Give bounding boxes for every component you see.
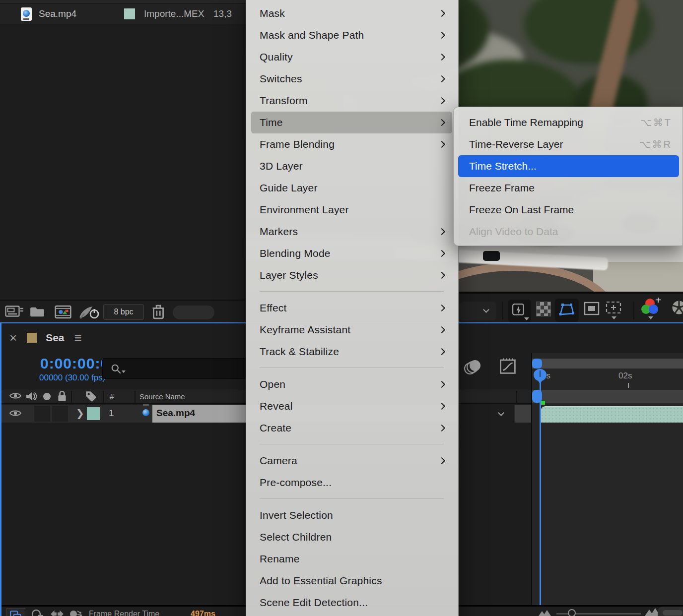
source-name-column-header[interactable]: Source Name <box>139 392 185 401</box>
draft-3d-button[interactable] <box>31 609 43 616</box>
project-panel: Sea.mp4 Importe...MEX 13,3 <box>0 0 246 322</box>
menu-item-mask-and-shape-path[interactable]: Mask and Shape Path <box>246 24 458 46</box>
project-toolbar: 8 bpc <box>0 300 246 322</box>
submenu-chevron-icon <box>438 119 445 126</box>
menu-item-pre-compose[interactable]: Pre-compose... <box>246 472 458 493</box>
menu-item-markers[interactable]: Markers <box>246 221 458 243</box>
index-column-header[interactable]: # <box>110 392 114 401</box>
playhead-line[interactable] <box>540 370 541 616</box>
graph-editor-toggle[interactable] <box>499 357 517 375</box>
frame-blending-toggle[interactable] <box>463 359 483 376</box>
submenu-item-freeze-on-last-frame[interactable]: Freeze On Last Frame <box>454 199 683 221</box>
new-composition-button[interactable] <box>55 305 71 319</box>
grid-and-guides-button[interactable] <box>605 301 622 314</box>
menu-item-time[interactable]: Time <box>251 112 452 133</box>
folder-icon <box>30 306 45 318</box>
render-progress-indicator <box>541 401 545 405</box>
blend-mode-dropdown[interactable] <box>458 405 514 423</box>
video-column-eye-icon[interactable] <box>9 391 21 400</box>
project-scrollbar[interactable] <box>173 306 214 319</box>
menu-item-open[interactable]: Open <box>246 373 458 395</box>
menu-item-switches[interactable]: Switches <box>246 68 458 90</box>
submenu-chevron-icon <box>438 348 445 355</box>
work-area-bar[interactable] <box>532 359 683 369</box>
audio-column-speaker-icon[interactable] <box>25 391 37 402</box>
menu-item-scene-edit-detection[interactable]: Scene Edit Detection... <box>246 592 458 614</box>
layer-solo-cell[interactable] <box>34 406 50 422</box>
grid-guides-icon <box>605 301 622 314</box>
layer-label-swatch[interactable] <box>87 407 100 420</box>
submenu-item-enable-time-remapping[interactable]: Enable Time Remapping ⌥⌘T <box>454 112 683 133</box>
label-column-tag-icon[interactable] <box>85 390 97 402</box>
submenu-item-time-reverse-layer[interactable]: Time-Reverse Layer ⌥⌘R <box>454 133 683 155</box>
rocket-power-icon <box>78 305 99 319</box>
menu-item-invert-selection[interactable]: Invert Selection <box>246 504 458 526</box>
transparency-grid-button[interactable] <box>536 302 551 316</box>
lock-column-icon[interactable] <box>57 390 67 402</box>
submenu-chevron-icon <box>438 141 445 148</box>
horizontal-scrollbar[interactable] <box>663 610 683 616</box>
mask-visibility-button[interactable] <box>555 299 579 322</box>
menu-item-mask[interactable]: Mask <box>246 2 458 24</box>
menu-item-frame-blending[interactable]: Frame Blending <box>246 133 458 155</box>
region-of-interest-button[interactable] <box>584 302 600 315</box>
timeline-zoom-handle[interactable] <box>568 609 576 616</box>
close-tab-icon[interactable]: × <box>9 330 17 346</box>
menu-item-reveal[interactable]: Reveal <box>246 395 458 417</box>
menu-item-add-to-essential-graphics[interactable]: Add to Essential Graphics <box>246 570 458 592</box>
search-input[interactable] <box>129 361 238 376</box>
interpret-footage-button[interactable] <box>5 306 24 318</box>
magnification-dropdown[interactable] <box>460 302 496 320</box>
render-engine-button[interactable] <box>78 305 99 319</box>
chevron-down-icon <box>612 316 616 319</box>
submenu-chevron-icon <box>438 425 445 431</box>
submenu-chevron-icon <box>438 54 445 61</box>
playhead-handle[interactable] <box>534 369 546 381</box>
footage-row[interactable]: Sea.mp4 Importe...MEX 13,3 <box>0 4 246 24</box>
menu-item-rename[interactable]: Rename <box>246 548 458 570</box>
submenu-item-freeze-frame[interactable]: Freeze Frame <box>454 177 683 199</box>
transfer-controls-button[interactable] <box>69 609 82 616</box>
delete-item-button[interactable] <box>152 304 165 320</box>
zoom-out-mountains-icon[interactable] <box>539 610 550 616</box>
color-depth-button[interactable]: 8 bpc <box>103 304 144 320</box>
work-area-start-handle[interactable] <box>532 359 542 369</box>
menu-item-camera[interactable]: Camera <box>246 450 458 472</box>
chevron-down-icon <box>498 410 504 416</box>
layer-eye-icon[interactable] <box>9 409 21 418</box>
menu-item-transform[interactable]: Transform <box>246 90 458 112</box>
menu-item-keyframe-assistant[interactable]: Keyframe Assistant <box>246 319 458 341</box>
menu-item-environment-layer[interactable]: Environment Layer <box>246 199 458 221</box>
menu-item-select-children[interactable]: Select Children <box>246 526 458 548</box>
solo-column-icon[interactable] <box>43 393 51 400</box>
menu-item-track-stabilize[interactable]: Track & Stabilize <box>246 341 458 363</box>
layer-duration-bar[interactable] <box>541 406 683 423</box>
footage-label-swatch[interactable] <box>124 8 135 19</box>
work-area-bar-2[interactable] <box>532 390 683 403</box>
menu-item-quality[interactable]: Quality <box>246 46 458 68</box>
footage-file-icon <box>21 7 32 21</box>
submenu-chevron-icon <box>438 272 445 279</box>
mini-flowchart-button[interactable] <box>6 608 25 616</box>
new-folder-button[interactable] <box>30 306 45 318</box>
menu-item-layer-styles[interactable]: Layer Styles <box>246 264 458 286</box>
menu-item-create[interactable]: Create <box>246 417 458 439</box>
submenu-item-time-stretch[interactable]: Time Stretch... <box>458 155 679 177</box>
menu-separator <box>260 368 444 368</box>
time-submenu: Enable Time Remapping ⌥⌘T Time-Reverse L… <box>453 107 683 246</box>
shy-layers-button[interactable] <box>50 609 64 616</box>
menu-item-3d-layer[interactable]: 3D Layer <box>246 155 458 177</box>
graph-editor-icon <box>499 357 517 375</box>
menu-item-guide-layer[interactable]: Guide Layer <box>246 177 458 199</box>
menu-item-blending-mode[interactable]: Blending Mode <box>246 243 458 264</box>
menu-item-effect[interactable]: Effect <box>246 297 458 319</box>
panel-menu-icon[interactable]: ≡ <box>74 330 82 346</box>
layer-lock-cell[interactable] <box>52 406 68 422</box>
timeline-search[interactable] <box>102 358 246 379</box>
fast-preview-button[interactable] <box>508 300 531 322</box>
exposure-reset-button[interactable] <box>671 300 683 315</box>
channel-settings-button[interactable]: + <box>640 298 662 319</box>
frame-render-time-value: 497ms <box>191 610 215 616</box>
layer-expand-arrow[interactable]: ❯ <box>76 407 84 419</box>
submenu-chevron-icon <box>438 75 445 82</box>
